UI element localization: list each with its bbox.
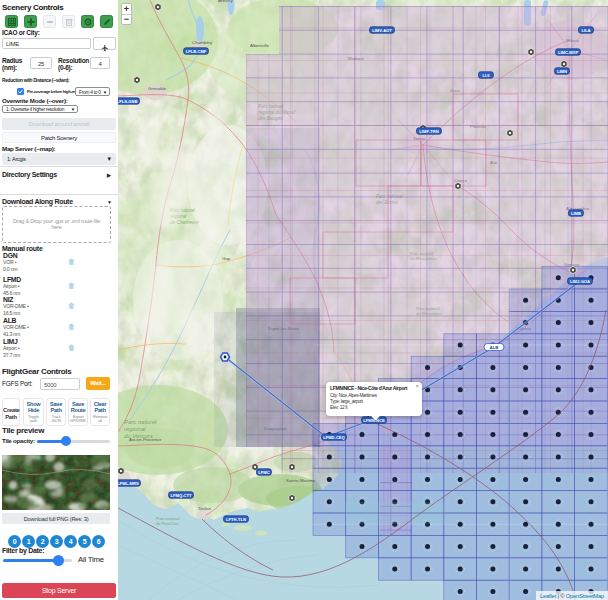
svg-text:LFMC: LFMC [258,470,269,475]
svg-text:Sainte-Maxime: Sainte-Maxime [286,478,316,483]
svg-text:LIMF-TRN: LIMF-TRN [419,129,438,134]
svg-text:LFMQ-CTT: LFMQ-CTT [171,493,192,498]
svg-text:Toulon: Toulon [198,506,211,511]
svg-text:Aix-en-Provence: Aix-en-Provence [129,437,162,442]
svg-text:LIMV-AOT: LIMV-AOT [372,28,392,33]
svg-text:LFML-MRS: LFML-MRS [118,481,139,486]
svg-text:Annecy: Annecy [218,0,233,3]
svg-text:Grenoble: Grenoble [148,86,167,91]
svg-text:LIMB: LIMB [571,211,581,216]
svg-text:LI.6: LI.6 [482,73,490,78]
svg-text:LIMC-MXP: LIMC-MXP [558,50,579,55]
svg-text:LFMD-CEQ: LFMD-CEQ [323,435,345,440]
svg-text:LIMN: LIMN [557,69,567,74]
svg-text:Chambéry: Chambéry [192,40,213,45]
svg-text:Gap: Gap [222,256,231,261]
svg-text:Albertville: Albertville [250,43,270,48]
svg-text:de Port-Cros: de Port-Cros [156,521,179,526]
svg-text:ALB: ALB [489,345,498,350]
svg-text:régional: régional [124,426,146,432]
svg-text:Parc naturel: Parc naturel [124,419,157,425]
svg-text:LIMJ-GOA: LIMJ-GOA [570,279,590,284]
svg-text:LFLB-CMF: LFLB-CMF [186,49,207,54]
svg-text:LFTH-TLN: LFTH-TLN [226,517,246,522]
svg-text:LILA: LILA [581,28,590,33]
svg-text:LFLS-GNB: LFLS-GNB [118,99,137,104]
